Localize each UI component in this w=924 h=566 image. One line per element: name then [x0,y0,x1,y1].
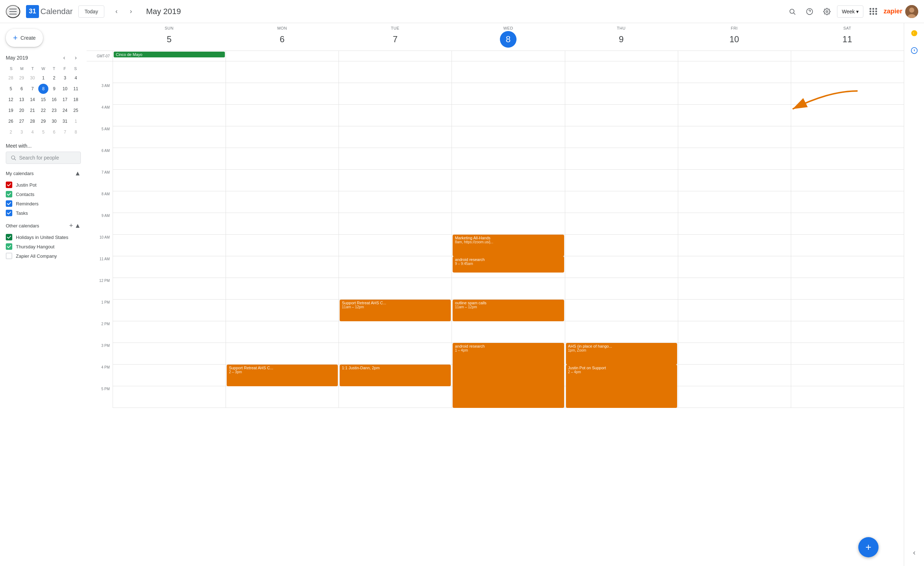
mini-cal-day[interactable]: 3 [16,127,27,137]
my-calendar-item[interactable]: Contacts [6,189,81,199]
right-sidebar-chevron[interactable] [907,546,921,560]
allday-cell[interactable] [339,51,452,61]
day-header[interactable]: TUE7 [339,23,452,51]
calendar-event[interactable]: outline spam calls11am – 12pm [453,300,564,321]
mini-cal-day[interactable]: 16 [49,95,59,105]
create-button[interactable]: + Create [6,29,43,47]
day-column[interactable]: Support Retreat AHS C...11am – 12pm1:1 J… [339,62,452,408]
allday-cell[interactable] [452,51,564,61]
mini-cal-day[interactable]: 15 [38,95,48,105]
mini-cal-day[interactable]: 2 [6,127,16,137]
day-column[interactable] [112,62,226,408]
other-calendar-item[interactable]: Thursday Hangout [6,242,81,251]
search-button[interactable] [785,5,800,19]
day-column[interactable]: AHS (in place of hango...1pm, ZoomJustin… [565,62,678,408]
day-header[interactable]: THU9 [565,23,678,51]
mini-cal-day[interactable]: 28 [6,73,16,83]
mini-cal-prev[interactable]: ‹ [59,53,69,63]
mini-cal-day[interactable]: 27 [16,116,27,126]
calendar-event[interactable]: Justin Pot on Support2 – 4pm [566,365,677,408]
mini-cal-day[interactable]: 1 [38,73,48,83]
calendar-event[interactable]: Support Retreat AHS C...11am – 12pm [340,300,451,321]
other-calendar-item[interactable]: Holidays in United States [6,233,81,242]
calendar-event[interactable]: Marketing All-Hands8am, https://zoom.us/… [453,235,564,256]
mini-cal-day[interactable]: 6 [49,127,59,137]
mini-cal-day[interactable]: 7 [27,84,38,94]
right-sidebar-icon-1[interactable]: ! [907,26,921,41]
mini-cal-day[interactable]: 10 [60,84,70,94]
day-header[interactable]: MON6 [226,23,339,51]
mini-cal-day[interactable]: 8 [71,127,81,137]
allday-cell[interactable]: Cinco de Mayo [112,51,226,61]
mini-cal-day[interactable]: 4 [71,73,81,83]
mini-cal-day[interactable]: 5 [6,84,16,94]
next-arrow[interactable]: › [124,5,138,18]
mini-cal-day[interactable]: 20 [16,105,27,116]
mini-cal-day[interactable]: 23 [49,105,59,116]
mini-cal-day[interactable]: 6 [16,84,27,94]
mini-cal-day[interactable]: 14 [27,95,38,105]
mini-cal-day[interactable]: 3 [60,73,70,83]
mini-cal-day[interactable]: 28 [27,116,38,126]
calendar-event[interactable]: AHS (in place of hango...1pm, Zoom [566,343,677,365]
mini-cal-day[interactable]: 30 [27,73,38,83]
mini-cal-day[interactable]: 9 [49,84,59,94]
allday-cell[interactable] [565,51,678,61]
user-avatar[interactable] [905,5,918,18]
mini-cal-day[interactable]: 1 [71,116,81,126]
add-calendar-icon[interactable]: + [69,222,73,230]
allday-cell[interactable] [226,51,339,61]
day-column[interactable]: Marketing All-Hands8am, https://zoom.us/… [452,62,564,408]
allday-cell[interactable] [791,51,904,61]
mini-cal-day[interactable]: 26 [6,116,16,126]
settings-button[interactable] [820,5,834,19]
calendar-event[interactable]: android research1 – 4pm [453,343,564,408]
mini-cal-day[interactable]: 24 [60,105,70,116]
mini-cal-day[interactable]: 29 [38,116,48,126]
mini-cal-day[interactable]: 22 [38,105,48,116]
mini-cal-day[interactable]: 17 [60,95,70,105]
other-calendar-item[interactable]: Zapier All Company [6,251,81,261]
calendar-event[interactable]: android research9 – 9:45am [453,256,564,273]
mini-cal-day[interactable]: 2 [49,73,59,83]
mini-cal-day[interactable]: 13 [16,95,27,105]
right-sidebar-icon-2[interactable] [907,43,921,58]
my-calendar-item[interactable]: Reminders [6,199,81,208]
mini-cal-day[interactable]: 4 [27,127,38,137]
today-button[interactable]: Today [78,5,104,18]
mini-cal-day[interactable]: 31 [60,116,70,126]
day-column[interactable] [791,62,904,408]
mini-cal-day[interactable]: 12 [6,95,16,105]
mini-cal-day[interactable]: 7 [60,127,70,137]
apps-button[interactable] [866,5,880,19]
day-header[interactable]: SUN5 [112,23,226,51]
day-header[interactable]: FRI10 [678,23,791,51]
mini-cal-day[interactable]: 18 [71,95,81,105]
my-calendars-header[interactable]: My calendars ▲ [6,170,81,177]
mini-cal-day[interactable]: 8 [38,84,48,94]
mini-cal-day[interactable]: 11 [71,84,81,94]
mini-cal-next[interactable]: › [71,53,81,63]
day-header[interactable]: WED8 [452,23,564,51]
allday-cell[interactable] [678,51,791,61]
menu-button[interactable] [6,5,20,18]
mini-cal-day[interactable]: 30 [49,116,59,126]
time-grid-scroll[interactable]: 3 AM4 AM5 AM6 AM7 AM8 AM9 AM10 AM11 AM12… [87,62,904,566]
mini-cal-day[interactable]: 29 [16,73,27,83]
mini-cal-day[interactable]: 19 [6,105,16,116]
mini-cal-day[interactable]: 21 [27,105,38,116]
mini-cal-day[interactable]: 25 [71,105,81,116]
fab-add-button[interactable]: + [858,537,879,557]
mini-cal-day[interactable]: 5 [38,127,48,137]
people-search-field[interactable]: Search for people [6,152,81,164]
other-calendars-header[interactable]: Other calendars + ▲ [6,222,81,230]
calendar-event[interactable]: Support Retreat AHS C...2 – 3pm [226,365,338,386]
day-column[interactable] [678,62,791,408]
calendar-event[interactable]: 1:1 Justin-Dann, 2pm [340,365,451,386]
help-button[interactable] [802,5,817,19]
my-calendar-item[interactable]: Tasks [6,208,81,218]
my-calendar-item[interactable]: Justin Pot [6,180,81,189]
prev-arrow[interactable]: ‹ [110,5,123,18]
day-column[interactable]: Support Retreat AHS C...2 – 3pm [226,62,339,408]
view-selector[interactable]: Week ▾ [837,5,863,18]
